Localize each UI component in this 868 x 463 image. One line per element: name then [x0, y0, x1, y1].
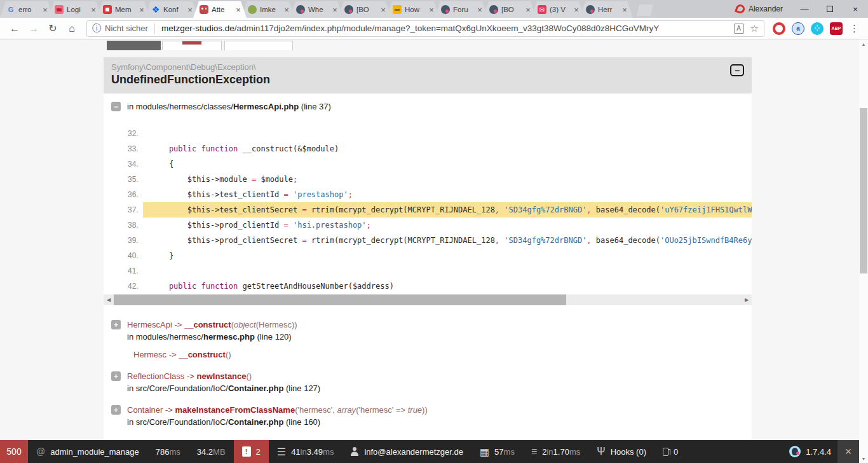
toolbar-panel-item[interactable]: !2: [234, 440, 269, 463]
toolbar-panel-item[interactable]: ≡2 in 1.70 ms: [523, 440, 588, 463]
extension-a-icon[interactable]: a: [792, 22, 804, 35]
address-bar[interactable]: ⓘ Nicht sicher metzger-studios.de/admin1…: [86, 20, 764, 37]
trace-entry-body: HermescApi -> __construct(object(Hermesc…: [127, 319, 297, 343]
tab-close-icon[interactable]: ×: [330, 5, 339, 15]
browser-tab[interactable]: Imke×: [241, 1, 295, 18]
home-button[interactable]: ⌂: [64, 21, 79, 36]
code-line: 36. $this->test_clientId = 'prestashop';: [104, 187, 752, 202]
code-horizontal-scrollbar[interactable]: ◀ ▶: [104, 294, 752, 305]
profiler-tab-traces[interactable]: [224, 41, 293, 50]
browser-tab[interactable]: How×: [386, 1, 440, 18]
drill-favicon: [393, 5, 402, 14]
trace-method[interactable]: makeInstanceFromClassName: [175, 405, 295, 415]
trace-class[interactable]: HermescApi: [127, 320, 172, 329]
prestashop-version[interactable]: 1.7.4.4: [778, 440, 837, 463]
profiler-tabs-partial: [107, 41, 293, 50]
tab-close-icon[interactable]: ×: [137, 5, 146, 15]
browser-profile[interactable]: Alexander: [736, 4, 783, 13]
toolbar-panel-item[interactable]: ΨHooks (0): [588, 440, 654, 463]
code-line: 39. $this->prod_clientSecret = rtrim(mcr…: [104, 233, 752, 248]
toolbar-panel-item[interactable]: info@alexandermetzger.de: [342, 440, 471, 463]
security-label: Nicht sicher: [105, 24, 148, 33]
browser-tab[interactable]: Foru×: [435, 1, 488, 18]
toolbar-panel-item[interactable]: ▦57 ms: [471, 440, 523, 463]
tab-close-icon[interactable]: ×: [524, 5, 532, 15]
profiler-tab-selected[interactable]: [107, 41, 161, 50]
toolbar-panel-item[interactable]: @admin_module_manage: [28, 440, 147, 463]
line-code: $this->test_clientId = 'prestashop';: [143, 187, 752, 202]
trace-method[interactable]: __construct: [179, 350, 226, 359]
browser-tab[interactable]: Mem×: [97, 1, 150, 18]
trace-class[interactable]: ReflectionClass: [127, 371, 184, 381]
trace-class[interactable]: Hermesc: [133, 350, 166, 359]
horizontal-scroll-thumb[interactable]: [114, 294, 566, 305]
trace-location: in modules/hermesc/hermesc.php (line 120…: [127, 331, 297, 343]
http-status-badge[interactable]: 500: [0, 440, 28, 463]
trace-class[interactable]: Container: [127, 405, 163, 415]
tab-close-icon[interactable]: ×: [186, 5, 194, 15]
toolbar-close-button[interactable]: ×: [837, 440, 859, 463]
browser-tab[interactable]: [BO×: [483, 1, 536, 18]
user-icon: [350, 447, 359, 456]
browser-tab[interactable]: Atte×: [193, 1, 247, 18]
expand-trace-icon[interactable]: +: [111, 371, 121, 381]
tab-close-icon[interactable]: ×: [379, 5, 388, 15]
scroll-left-arrow-icon[interactable]: ◀: [104, 294, 114, 305]
close-window-button[interactable]: ×: [843, 0, 868, 18]
bookmark-star-icon[interactable]: ☆: [750, 23, 759, 34]
browser-menu-icon[interactable]: ⋮: [850, 23, 859, 34]
tab-close-icon[interactable]: ×: [572, 5, 581, 15]
minimize-button[interactable]: —: [792, 0, 817, 18]
security-indicator[interactable]: ⓘ Nicht sicher: [92, 23, 148, 34]
translate-icon[interactable]: A: [734, 24, 744, 34]
tab-close-icon[interactable]: ×: [234, 5, 243, 15]
line-code: $this->prod_clientId = 'hsi.prestashop';: [143, 218, 752, 233]
scroll-right-arrow-icon[interactable]: ▶: [742, 294, 752, 305]
exception-body: − in modules/hermesc/classes/HermescApi.…: [104, 93, 752, 440]
tab-close-icon[interactable]: ×: [475, 5, 484, 15]
url-domain: metzger-studios.de: [161, 24, 234, 33]
version-label: 1.7.4.4: [806, 447, 831, 457]
trace-method[interactable]: __construct: [184, 320, 231, 329]
forward-button[interactable]: →: [26, 21, 41, 36]
back-button[interactable]: ←: [7, 21, 22, 36]
toolbar-panel-item[interactable]: ☰41 in 3.49 ms: [269, 440, 342, 463]
reload-button[interactable]: ↻: [45, 21, 60, 36]
tab-title: erro: [18, 6, 39, 13]
expand-trace-icon[interactable]: +: [111, 320, 121, 329]
browser-tab[interactable]: ✉(3) V×: [531, 1, 585, 18]
toolbar-panel-item[interactable]: 34.2 MB: [189, 440, 234, 463]
tab-close-icon[interactable]: ×: [41, 5, 50, 15]
expand-trace-icon[interactable]: +: [111, 405, 121, 415]
adblock-extension-icon[interactable]: ABP: [830, 22, 843, 35]
collapse-exception-button[interactable]: −: [730, 64, 744, 76]
extension-share-icon[interactable]: ⁘: [811, 22, 824, 35]
toolbar-panel-item[interactable]: 0: [654, 440, 686, 463]
maximize-button[interactable]: [817, 0, 843, 18]
toolbar-panel-item[interactable]: 786 ms: [147, 440, 189, 463]
trace-method[interactable]: newInstance: [196, 371, 246, 381]
collapse-trace-icon[interactable]: −: [111, 102, 121, 111]
trace-signature: Hermesc -> __construct(): [133, 349, 231, 361]
browser-tab[interactable]: Gerro×: [0, 1, 53, 18]
new-tab-button[interactable]: [637, 4, 653, 16]
scroll-up-arrow-icon[interactable]: ▲: [859, 39, 868, 48]
browser-tab[interactable]: Herr×: [580, 1, 633, 18]
tab-close-icon[interactable]: ×: [282, 5, 291, 15]
panel-icon: ▦: [480, 446, 489, 458]
tab-close-icon[interactable]: ×: [89, 5, 98, 15]
tab-close-icon[interactable]: ×: [427, 5, 436, 15]
browser-tab[interactable]: [BO×: [338, 1, 391, 18]
browser-tab[interactable]: ❖Konf×: [145, 1, 198, 18]
scroll-down-arrow-icon[interactable]: ▼: [859, 454, 868, 463]
browser-tab[interactable]: Whe×: [290, 1, 343, 18]
vertical-scroll-thumb[interactable]: [860, 108, 867, 273]
tab-close-icon[interactable]: ×: [620, 5, 629, 15]
extension-ring-icon[interactable]: [773, 22, 785, 35]
profiler-tab-logs[interactable]: [162, 41, 222, 50]
line-number: 36.: [104, 190, 143, 199]
browser-tab[interactable]: Logi×: [48, 1, 102, 18]
trace-arrow: ->: [172, 320, 184, 329]
page-vertical-scrollbar[interactable]: ▲ ▼: [859, 39, 868, 463]
code-excerpt: 32.33. public function __construct(&$mod…: [104, 126, 752, 294]
